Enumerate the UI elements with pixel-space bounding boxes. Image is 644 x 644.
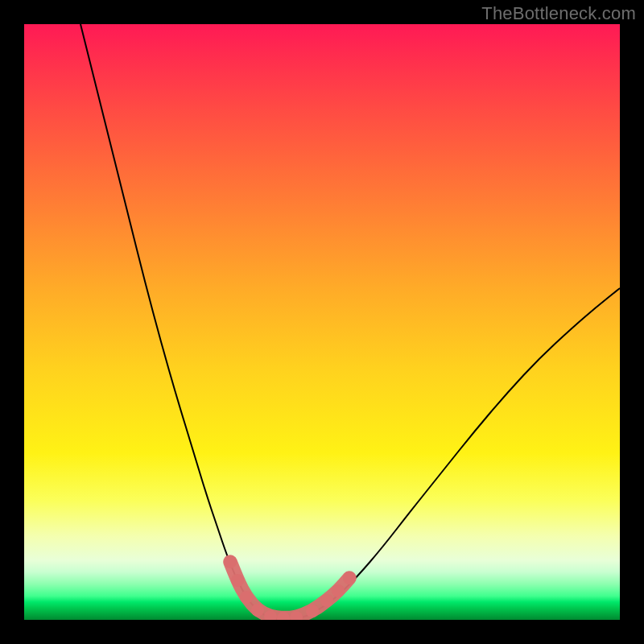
watermark-text: TheBottleneck.com <box>481 3 636 24</box>
plot-area <box>24 24 620 620</box>
chart-frame: TheBottleneck.com <box>0 0 644 644</box>
marker-dot <box>224 555 237 568</box>
marker-dot <box>332 584 345 597</box>
marker-dot <box>306 605 319 617</box>
marker-layer <box>24 24 620 620</box>
marker-dot <box>343 572 356 584</box>
marker-dot <box>320 594 333 607</box>
marker-dot <box>251 604 264 617</box>
marker-dot <box>240 591 253 604</box>
marker-path <box>230 562 349 618</box>
marker-dot <box>231 574 244 587</box>
